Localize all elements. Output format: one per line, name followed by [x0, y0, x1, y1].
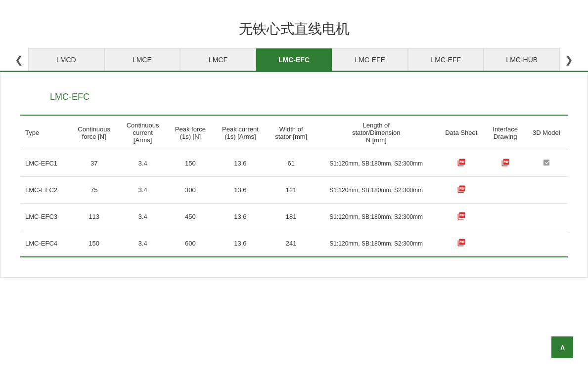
cell-interface-drawing[interactable]: [486, 230, 525, 257]
cell-length-stator: S1:120mm, SB:180mm, S2:300mm: [315, 177, 437, 204]
cell-width-stator: 61: [267, 150, 316, 177]
cell-interface-drawing[interactable]: [486, 204, 525, 230]
col-header-interface: InterfaceDrawing: [486, 115, 525, 150]
cell-peak-current: 13.6: [214, 150, 267, 177]
cell-length-stator: S1:120mm, SB:180mm, S2:300mm: [315, 150, 437, 177]
col-header-data-sheet: Data Sheet: [437, 115, 486, 150]
cell-3d-model[interactable]: [525, 150, 568, 177]
cell-peak-current: 13.6: [214, 204, 267, 230]
col-header-peak-current: Peak current(1s) [Arms]: [214, 115, 267, 150]
cell-width-stator: 241: [267, 230, 316, 257]
col-header-cont-force: Continuousforce [N]: [70, 115, 118, 150]
cell-peak-force: 150: [167, 150, 214, 177]
cell-peak-force: 450: [167, 204, 214, 230]
content-area: LMC-EFC Type Continuousforce [N] Continu…: [0, 72, 588, 278]
cell-width-stator: 181: [267, 204, 316, 230]
table-header-row: Type Continuousforce [N] Continuouscurre…: [20, 115, 568, 150]
cell-type: LMC-EFC2: [20, 177, 70, 204]
cell-cont-current: 3.4: [118, 177, 167, 204]
cell-width-stator: 121: [267, 177, 316, 204]
tab-lmcd[interactable]: LMCD: [28, 48, 104, 71]
col-header-type: Type: [20, 115, 70, 150]
cell-data-sheet[interactable]: [437, 230, 486, 257]
col-header-peak-force: Peak force(1s) [N]: [167, 115, 214, 150]
cell-cont-force: 113: [70, 204, 118, 230]
cell-peak-force: 300: [167, 177, 214, 204]
page-wrapper: 无铁心式直线电机 ❮ LMCD LMCE LMCF LMC-EFC LMC-EF…: [0, 0, 588, 278]
table-row: LMC-EFC4 150 3.4 600 13.6 241 S1:120mm, …: [20, 230, 568, 257]
col-header-cont-current: Continuouscurrent[Arms]: [118, 115, 167, 150]
tab-lmcf[interactable]: LMCF: [180, 48, 256, 71]
tab-navigation: ❮ LMCD LMCE LMCF LMC-EFC LMC-EFE LMC-EFF…: [0, 48, 588, 72]
table-row: LMC-EFC1 37 3.4 150 13.6 61 S1:120mm, SB…: [20, 150, 568, 177]
col-header-length-stator: Length ofstator/DimensionN [mm]: [315, 115, 437, 150]
cell-type: LMC-EFC3: [20, 204, 70, 230]
cell-cont-force: 150: [70, 230, 118, 257]
next-arrow[interactable]: ❯: [560, 54, 578, 66]
cell-length-stator: S1:120mm, SB:180mm, S2:300mm: [315, 204, 437, 230]
tab-lmce[interactable]: LMCE: [104, 48, 181, 71]
cell-3d-model[interactable]: [525, 204, 568, 230]
tab-lmc-efc[interactable]: LMC-EFC: [256, 48, 332, 71]
prev-arrow[interactable]: ❮: [10, 54, 28, 66]
tab-lmc-hub[interactable]: LMC-HUB: [484, 48, 560, 71]
cell-peak-current: 13.6: [214, 177, 267, 204]
col-header-width-stator: Width ofstator [mm]: [267, 115, 316, 150]
cell-interface-drawing[interactable]: [486, 150, 525, 177]
table-row: LMC-EFC2 75 3.4 300 13.6 121 S1:120mm, S…: [20, 177, 568, 204]
data-table: Type Continuousforce [N] Continuouscurre…: [20, 115, 568, 257]
cell-interface-drawing[interactable]: [486, 177, 525, 204]
tab-nav-items: LMCD LMCE LMCF LMC-EFC LMC-EFE LMC-EFF L…: [28, 48, 560, 71]
table-row: LMC-EFC3 113 3.4 450 13.6 181 S1:120mm, …: [20, 204, 568, 230]
cell-3d-model[interactable]: [525, 230, 568, 257]
cell-peak-current: 13.6: [214, 230, 267, 257]
cell-data-sheet[interactable]: [437, 204, 486, 230]
page-title: 无铁心式直线电机: [0, 0, 588, 48]
cell-peak-force: 600: [167, 230, 214, 257]
cell-type: LMC-EFC4: [20, 230, 70, 257]
cell-cont-force: 75: [70, 177, 118, 204]
tab-lmc-eff[interactable]: LMC-EFF: [408, 48, 484, 71]
cell-cont-current: 3.4: [118, 204, 167, 230]
cell-cont-current: 3.4: [118, 150, 167, 177]
cell-type: LMC-EFC1: [20, 150, 70, 177]
tab-lmc-efe[interactable]: LMC-EFE: [332, 48, 408, 71]
section-title: LMC-EFC: [50, 92, 568, 102]
cell-data-sheet[interactable]: [437, 150, 486, 177]
cell-cont-current: 3.4: [118, 230, 167, 257]
cell-3d-model[interactable]: [525, 177, 568, 204]
cell-length-stator: S1:120mm, SB:180mm, S2:300mm: [315, 230, 437, 257]
cell-cont-force: 37: [70, 150, 118, 177]
cell-data-sheet[interactable]: [437, 177, 486, 204]
col-header-3d-model: 3D Model: [525, 115, 568, 150]
